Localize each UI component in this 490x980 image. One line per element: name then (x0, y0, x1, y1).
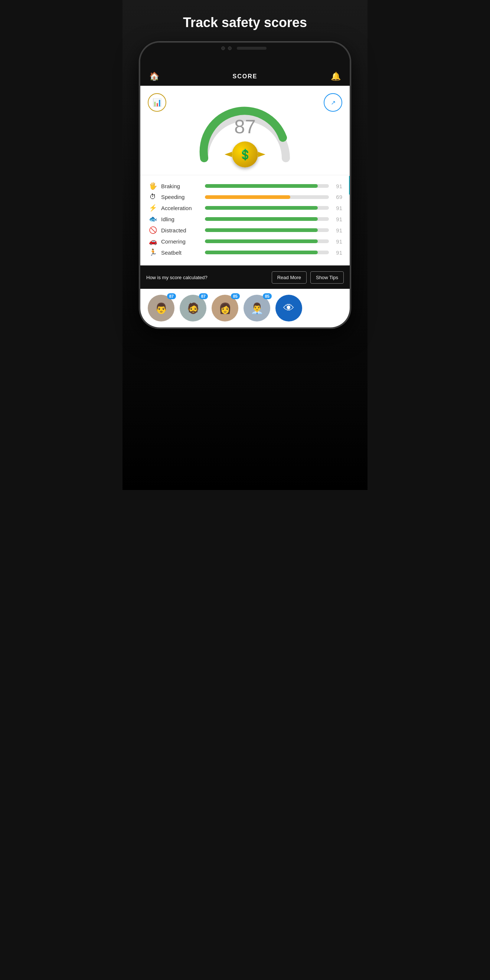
metric-bar (205, 228, 318, 232)
avatar-score-badge: 87 (167, 293, 176, 299)
score-number: 87 (234, 115, 256, 138)
metric-bar (205, 206, 318, 210)
metric-row[interactable]: 🚫 Distracted 91 (148, 226, 342, 234)
metric-score: 91 (332, 238, 342, 245)
gauge-container: 87 (148, 100, 342, 145)
page-wrapper: Track safety scores 🏠 SCORE 🔔 📊 ↗ (123, 0, 368, 490)
app-header: 🏠 SCORE 🔔 (140, 69, 350, 86)
metric-row[interactable]: 🐟 Idling 91 (148, 215, 342, 223)
read-more-button[interactable]: Read More (272, 271, 307, 283)
camera-dot-1 (221, 46, 225, 50)
header-title: SCORE (233, 73, 258, 80)
avatar-score-badge: 87 (199, 293, 208, 299)
metric-row[interactable]: ⏱ Speeding 69 (148, 193, 342, 201)
side-tab[interactable] (349, 176, 351, 194)
metric-bar (205, 217, 318, 221)
metric-label-braking: Braking (161, 183, 202, 189)
page-title: Track safety scores (183, 15, 307, 30)
metric-label-cornering: Cornering (161, 238, 202, 245)
metrics-rows: 🖐 Braking 91 ⏱ Speeding 69 ⚡ Acceleratio… (148, 182, 342, 256)
metric-bar (205, 251, 318, 254)
eye-icon[interactable]: 👁 (275, 295, 302, 321)
metric-score: 91 (332, 250, 342, 256)
metric-label-acceleration: Acceleration (161, 205, 202, 211)
metric-bar (205, 195, 290, 199)
metric-label-distracted: Distracted (161, 227, 202, 234)
metric-row[interactable]: 🖐 Braking 91 (148, 182, 342, 190)
avatar-score-badge: 85 (263, 293, 272, 299)
metric-icon-distracted: 🚫 (148, 226, 158, 234)
metric-icon-cornering: 🚗 (148, 237, 158, 245)
home-icon[interactable]: 🏠 (149, 72, 159, 81)
bottom-bar: How is my score calculated? Read More Sh… (140, 266, 350, 289)
bell-icon[interactable]: 🔔 (331, 72, 341, 81)
avatar-wrap[interactable]: 🧔 87 (180, 295, 207, 321)
coin: 💲 (232, 142, 258, 167)
metric-label-speeding: Speeding (161, 194, 202, 200)
show-tips-button[interactable]: Show Tips (310, 271, 344, 283)
metric-icon-braking: 🖐 (148, 182, 158, 190)
metric-score: 91 (332, 216, 342, 222)
metric-label-idling: Idling (161, 216, 202, 222)
metric-icon-seatbelt: 🏃 (148, 248, 158, 256)
camera-dot-2 (228, 46, 232, 50)
speaker-bar (237, 47, 267, 50)
see-all-button[interactable]: 👁 (275, 295, 302, 321)
coin-area: 💲 (148, 142, 342, 167)
metric-bar-container (205, 206, 329, 210)
share-icon-button[interactable]: ↗ (324, 93, 342, 112)
phone-frame: 🏠 SCORE 🔔 📊 ↗ (139, 41, 351, 329)
metric-bar (205, 184, 318, 188)
metrics-section: 🖐 Braking 91 ⏱ Speeding 69 ⚡ Acceleratio… (140, 175, 350, 266)
metric-bar-container (205, 239, 329, 243)
metric-icon-speeding: ⏱ (148, 193, 158, 201)
metric-row[interactable]: ⚡ Acceleration 91 (148, 204, 342, 212)
score-question: How is my score calculated? (146, 275, 268, 280)
avatars-row: 👨 87 🧔 87 👩 85 👨‍💼 85 👁 (148, 295, 302, 321)
metric-label-seatbelt: Seatbelt (161, 250, 202, 256)
score-card: 📊 ↗ 87 💲 (140, 86, 350, 175)
metric-row[interactable]: 🏃 Seatbelt 91 (148, 248, 342, 256)
phone-notch (221, 46, 269, 50)
stats-icon-button[interactable]: 📊 (148, 93, 166, 112)
avatars-section: 👨 87 🧔 87 👩 85 👨‍💼 85 👁 (140, 289, 350, 328)
metric-score: 91 (332, 227, 342, 234)
metric-score: 69 (332, 194, 342, 200)
metric-score: 91 (332, 205, 342, 211)
metric-bar-container (205, 228, 329, 232)
phone-top-bar (140, 43, 350, 69)
avatar-score-badge: 85 (231, 293, 240, 299)
metric-icon-idling: 🐟 (148, 215, 158, 223)
metric-score: 91 (332, 183, 342, 189)
metric-bar (205, 239, 318, 243)
metric-bar-container (205, 217, 329, 221)
metric-bar-container (205, 251, 329, 254)
metric-bar-container (205, 195, 329, 199)
metric-icon-acceleration: ⚡ (148, 204, 158, 212)
metric-row[interactable]: 🚗 Cornering 91 (148, 237, 342, 245)
avatar-wrap[interactable]: 👩 85 (212, 295, 238, 321)
avatar-wrap[interactable]: 👨 87 (148, 295, 175, 321)
avatar-wrap[interactable]: 👨‍💼 85 (243, 295, 270, 321)
metric-bar-container (205, 184, 329, 188)
